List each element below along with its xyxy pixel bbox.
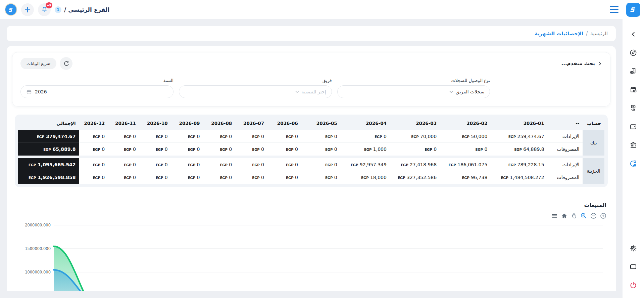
receipt-cash-icon xyxy=(629,67,638,76)
team-select[interactable]: إختر للتصفية xyxy=(179,85,332,98)
menu-icon[interactable] xyxy=(551,212,558,219)
logo-s-icon xyxy=(7,6,15,13)
app-logo-square[interactable] xyxy=(626,3,640,17)
main-content: الرئيسية / الإحصائيات الشهرية بحث متقدم.… xyxy=(0,19,623,298)
table-cell: EGP 0 xyxy=(139,130,171,143)
field-access-type: نوع الوصول للسجلات سجلات الفريق xyxy=(337,78,490,98)
group-gap-cell xyxy=(18,156,604,158)
currency-code: EGP xyxy=(124,135,131,139)
currency-code: EGP xyxy=(188,148,195,152)
currency-code: EGP xyxy=(325,163,333,167)
access-type-select[interactable]: سجلات الفريق xyxy=(337,85,490,98)
table-cell: EGP 1,000 xyxy=(341,143,390,156)
currency-code: EGP xyxy=(124,176,131,180)
pan-icon[interactable] xyxy=(571,212,577,219)
table-cell: EGP 0 xyxy=(108,158,139,171)
table-cell: EGP 0 xyxy=(203,171,236,184)
table-cell: EGP 0 xyxy=(203,130,236,143)
table-cell: EGP 70,000 xyxy=(390,130,440,143)
power-icon xyxy=(629,281,638,290)
table-row: الخزينةالإيراداتEGP 789,228.15EGP 186,06… xyxy=(18,158,604,171)
currency-code: EGP xyxy=(220,163,228,167)
breadcrumb: الرئيسية / الإحصائيات الشهرية xyxy=(7,26,616,41)
currency-code: EGP xyxy=(476,148,483,152)
currency-code: EGP xyxy=(514,148,522,152)
table-cell: EGP 0 xyxy=(79,171,108,184)
total-cell: EGP 1,926,598.858 xyxy=(18,171,79,184)
advanced-search-toggle[interactable]: بحث متقدم... xyxy=(561,60,602,67)
breadcrumb-separator: / xyxy=(586,31,588,37)
sidebar-item-bank[interactable] xyxy=(627,138,640,152)
sidebar xyxy=(623,0,644,298)
notifications-count-badge: +9 xyxy=(46,2,52,8)
filter-panel: بحث متقدم... تفريغ البيانات السنة xyxy=(12,52,610,107)
col-header-month: 2026-08 xyxy=(203,117,236,130)
currency-code: EGP xyxy=(508,163,516,167)
currency-code: EGP xyxy=(93,135,100,139)
col-header-month: 2026-01 xyxy=(491,117,547,130)
col-header-month: 2026-03 xyxy=(390,117,440,130)
currency-code: EGP xyxy=(252,148,259,152)
app-logo-round[interactable] xyxy=(5,3,17,16)
add-button[interactable] xyxy=(21,3,34,16)
refresh-button[interactable] xyxy=(60,57,72,70)
col-header-month: 2026-06 xyxy=(267,117,301,130)
sidebar-item-statistics[interactable] xyxy=(627,157,640,170)
table-cell: EGP 0 xyxy=(341,130,390,143)
sidebar-item-pos[interactable] xyxy=(627,83,640,96)
table-cell: EGP 0 xyxy=(171,130,203,143)
zoom-in-icon[interactable] xyxy=(600,212,606,219)
table-cell: EGP 186,061.075 xyxy=(440,158,491,171)
svg-text:1000000.000: 1000000.000 xyxy=(25,270,51,274)
monthly-statistics-table-container: حساب--2026-012026-022026-032026-042026-0… xyxy=(15,115,608,187)
currency-code: EGP xyxy=(156,135,163,139)
table-cell: EGP 27,418.968 xyxy=(390,158,440,171)
clear-data-button[interactable]: تفريغ البيانات xyxy=(20,58,56,69)
table-row: المصروفاتEGP 1,484,508.272EGP 96,738EGP … xyxy=(18,171,604,184)
bank-icon xyxy=(629,141,638,150)
zoom-out-icon[interactable] xyxy=(590,212,597,219)
year-input[interactable]: 2026 xyxy=(20,85,174,98)
table-cell: EGP 0 xyxy=(440,143,491,156)
table-cell: EGP 96,738 xyxy=(440,171,491,184)
table-cell: EGP 0 xyxy=(79,143,108,156)
table-cell: EGP 0 xyxy=(301,143,341,156)
table-cell: EGP 0 xyxy=(171,143,203,156)
selection-zoom-icon[interactable] xyxy=(580,212,587,219)
year-label: السنة xyxy=(20,78,174,83)
currency-code: EGP xyxy=(156,148,163,152)
table-cell: EGP 64,889.8 xyxy=(491,143,547,156)
table-cell: EGP 0 xyxy=(139,171,171,184)
currency-code: EGP xyxy=(286,163,293,167)
table-cell: EGP 0 xyxy=(79,130,108,143)
col-header-dash: -- xyxy=(548,117,583,130)
currency-code: EGP xyxy=(124,163,131,167)
sidebar-item-wallet[interactable] xyxy=(627,120,640,133)
logo-s-icon xyxy=(629,5,638,14)
statistics-card: بحث متقدم... تفريغ البيانات السنة xyxy=(7,46,616,291)
currency-code: EGP xyxy=(29,163,36,167)
account-group-cell: الخزينة xyxy=(583,158,604,184)
sidebar-item-screen[interactable] xyxy=(627,260,640,273)
home-icon[interactable] xyxy=(561,212,567,219)
currency-code: EGP xyxy=(325,176,333,180)
plus-icon xyxy=(24,6,31,13)
sidebar-item-payments[interactable] xyxy=(627,101,640,115)
notifications-button[interactable]: +9 xyxy=(38,3,51,16)
table-row: بنكالإيراداتEGP 259,474.67EGP 50,000EGP … xyxy=(18,130,604,143)
sidebar-item-dashboard[interactable] xyxy=(627,46,640,59)
row-label-cell: المصروفات xyxy=(548,143,583,156)
currency-code: EGP xyxy=(93,176,100,180)
table-cell: EGP 0 xyxy=(108,143,139,156)
breadcrumb-home-link[interactable]: الرئيسية xyxy=(590,31,608,37)
menu-toggle-icon[interactable] xyxy=(610,6,618,13)
sidebar-collapse-button[interactable] xyxy=(627,28,640,41)
sidebar-item-settings[interactable] xyxy=(627,242,640,255)
col-header-month: 2026-05 xyxy=(301,117,341,130)
sidebar-item-logout[interactable] xyxy=(627,279,640,292)
table-cell: EGP 0 xyxy=(235,143,267,156)
currency-code: EGP xyxy=(220,135,228,139)
currency-code: EGP xyxy=(398,176,405,180)
sales-area-chart[interactable]: 2000000.0001500000.0001000000.000500000.… xyxy=(16,220,606,291)
sidebar-item-invoices[interactable] xyxy=(627,65,640,78)
